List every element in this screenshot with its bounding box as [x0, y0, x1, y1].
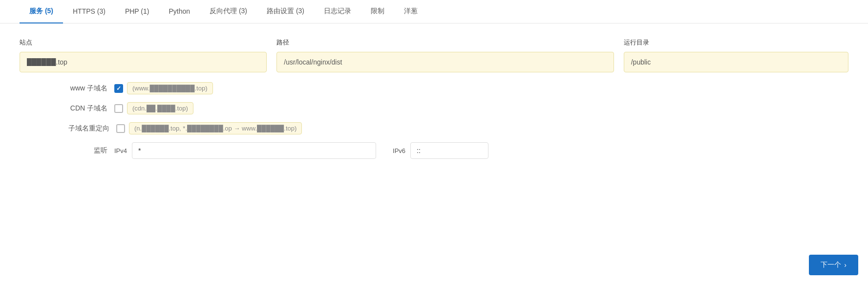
- option-value-subdomain_redirect: (n.██████.top, *.████████.op → www.█████…: [129, 122, 302, 134]
- tab-python[interactable]: Python: [159, 0, 200, 23]
- site-input[interactable]: [20, 52, 267, 72]
- path-input[interactable]: [276, 52, 614, 72]
- option-label-www_subdomain: www 子域名: [68, 84, 107, 93]
- options-section: www 子域名(www.██████████.top)CDN 子域名(cdn.█…: [20, 82, 848, 134]
- tab-services[interactable]: 服务 (5): [20, 0, 63, 23]
- listen-row: 监听 IPv4 IPv6: [20, 142, 848, 159]
- tab-https[interactable]: HTTPS (3): [63, 0, 115, 23]
- checkbox-wrapper-subdomain_redirect: (n.██████.top, *.████████.op → www.█████…: [116, 122, 302, 134]
- ipv6-input[interactable]: [410, 142, 488, 159]
- option-label-subdomain_redirect: 子域名重定向: [68, 124, 109, 133]
- ipv6-proto-label: IPv6: [393, 147, 405, 154]
- option-label-cdn_subdomain: CDN 子域名: [68, 104, 107, 113]
- checkbox-subdomain_redirect[interactable]: [116, 124, 125, 133]
- ipv4-input[interactable]: [132, 142, 376, 159]
- rundir-input[interactable]: [624, 52, 848, 72]
- ipv6-group: IPv6: [393, 142, 488, 159]
- ipv4-proto-label: IPv4: [114, 147, 127, 154]
- option-row-cdn_subdomain: CDN 子域名(cdn.██.████.top): [20, 102, 848, 114]
- rundir-label: 运行目录: [624, 38, 848, 47]
- tab-routing[interactable]: 路由设置 (3): [257, 0, 314, 23]
- path-label: 路径: [276, 38, 614, 47]
- listen-label: 监听: [68, 146, 107, 155]
- checkbox-wrapper-www_subdomain: (www.██████████.top): [114, 82, 213, 94]
- tab-limit[interactable]: 限制: [361, 0, 394, 23]
- option-value-cdn_subdomain: (cdn.██.████.top): [127, 102, 193, 114]
- checkbox-wrapper-cdn_subdomain: (cdn.██.████.top): [114, 102, 193, 114]
- main-content: 站点 路径 运行目录 www 子域名(www.██████████.top)CD…: [0, 23, 868, 174]
- tab-php[interactable]: PHP (1): [115, 0, 159, 23]
- site-field-group: 站点: [20, 38, 267, 72]
- checkbox-cdn_subdomain[interactable]: [114, 104, 123, 113]
- option-row-www_subdomain: www 子域名(www.██████████.top): [20, 82, 848, 94]
- option-value-www_subdomain: (www.██████████.top): [127, 82, 213, 94]
- field-row: 站点 路径 运行目录: [20, 38, 848, 72]
- tab-logs[interactable]: 日志记录: [314, 0, 361, 23]
- checkbox-www_subdomain[interactable]: [114, 84, 123, 93]
- option-row-subdomain_redirect: 子域名重定向(n.██████.top, *.████████.op → www…: [20, 122, 848, 134]
- ipv4-group: IPv4: [114, 142, 376, 159]
- site-label: 站点: [20, 38, 267, 47]
- path-field-group: 路径: [276, 38, 614, 72]
- tab-onion[interactable]: 洋葱: [394, 0, 427, 23]
- rundir-field-group: 运行目录: [624, 38, 848, 72]
- tab-reverse_proxy[interactable]: 反向代理 (3): [200, 0, 257, 23]
- tab-bar: 服务 (5)HTTPS (3)PHP (1)Python反向代理 (3)路由设置…: [0, 0, 868, 23]
